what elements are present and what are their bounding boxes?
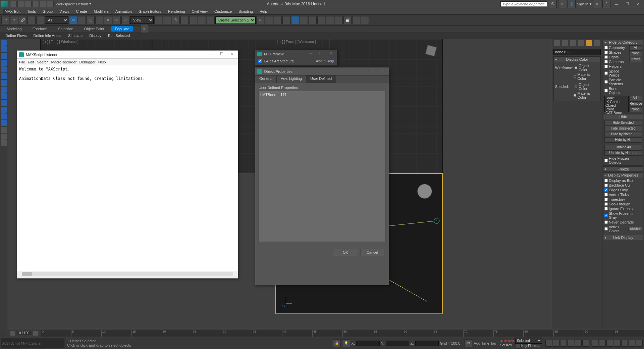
hide-rollout[interactable]: Hide bbox=[620, 115, 627, 119]
help-search-input[interactable] bbox=[500, 1, 547, 7]
mini-listener-input[interactable]: MAXScript Mini Listener bbox=[1, 338, 64, 348]
panel-simulate[interactable]: Simulate bbox=[66, 33, 85, 38]
panel-edit-selected[interactable]: Edit Selected bbox=[106, 33, 132, 38]
play-icon[interactable] bbox=[560, 340, 567, 347]
lb-icon[interactable] bbox=[1, 80, 7, 86]
panel-define-flows[interactable]: Define Flows bbox=[3, 33, 29, 38]
menu-group[interactable]: Group bbox=[41, 9, 55, 14]
close-button[interactable]: ✕ bbox=[633, 1, 643, 7]
help-icon[interactable]: ? bbox=[602, 0, 610, 8]
dp-checkbox[interactable] bbox=[604, 184, 608, 187]
close-button[interactable]: ✕ bbox=[327, 51, 335, 57]
zoom-all-icon[interactable] bbox=[599, 340, 606, 347]
redo-icon[interactable]: ↷ bbox=[10, 16, 18, 24]
percent-snap-icon[interactable] bbox=[189, 16, 197, 24]
lb-icon[interactable] bbox=[1, 73, 7, 79]
menu-animation[interactable]: Animation bbox=[113, 9, 134, 14]
isolate-icon[interactable]: 💡 bbox=[342, 339, 350, 347]
menu-modifiers[interactable]: Modifiers bbox=[92, 9, 111, 14]
qat-project-icon[interactable] bbox=[47, 1, 54, 7]
menu-graph-editors[interactable]: Graph Editors bbox=[137, 9, 163, 14]
maximize-button[interactable]: ☐ bbox=[317, 51, 325, 57]
shaded-object-color-radio[interactable] bbox=[575, 85, 577, 88]
wireframe-material-color-radio[interactable] bbox=[574, 75, 576, 78]
lb-icon[interactable] bbox=[1, 107, 7, 113]
lights-checkbox[interactable] bbox=[604, 55, 608, 59]
panel-display[interactable]: Display bbox=[87, 33, 103, 38]
link-display-rollout[interactable]: Link Display bbox=[613, 236, 633, 240]
snap-toggle-icon[interactable]: 3 bbox=[172, 16, 180, 24]
menu-edit[interactable]: Edit bbox=[28, 60, 34, 64]
align-icon[interactable] bbox=[265, 16, 273, 24]
maximize-button[interactable]: ☐ bbox=[218, 52, 226, 58]
menu-file[interactable]: File bbox=[19, 60, 25, 64]
pan-icon[interactable] bbox=[621, 340, 628, 347]
tab-user-defined[interactable]: User Defined bbox=[306, 76, 336, 83]
signin-link[interactable]: Sign In bbox=[577, 2, 588, 6]
next-frame-icon[interactable] bbox=[568, 340, 574, 347]
manipulate-icon[interactable] bbox=[163, 16, 171, 24]
menu-macrorecorder[interactable]: MacroRecorder bbox=[51, 60, 77, 64]
layers-icon[interactable] bbox=[274, 16, 282, 24]
zoom-extents-icon[interactable] bbox=[606, 340, 613, 347]
none-button[interactable]: None bbox=[629, 107, 642, 112]
undo-icon[interactable]: ↶ bbox=[1, 16, 9, 24]
frame-indicator[interactable]: 0 / 100 bbox=[16, 331, 32, 335]
unhide-all-button[interactable]: Unhide All bbox=[604, 145, 642, 150]
object-name-input[interactable] bbox=[553, 49, 601, 55]
lock-icon[interactable]: 🔒 bbox=[333, 339, 341, 347]
move-icon[interactable]: ✥ bbox=[104, 16, 112, 24]
ref-coord-select[interactable]: View bbox=[130, 16, 154, 24]
menu-rendering[interactable]: Rendering bbox=[166, 9, 187, 14]
render-last-icon[interactable] bbox=[361, 16, 369, 24]
mirror-icon[interactable]: ⇔ bbox=[256, 16, 264, 24]
lb-icon[interactable] bbox=[1, 120, 7, 126]
maximize-button[interactable]: ☐ bbox=[623, 1, 632, 7]
dp-checkbox[interactable] bbox=[604, 188, 608, 192]
close-button[interactable]: ✕ bbox=[379, 68, 387, 74]
hide-by-hit-button[interactable]: Hide by Hit bbox=[604, 137, 642, 143]
lb-icon[interactable] bbox=[1, 93, 7, 99]
render-setup-icon[interactable] bbox=[326, 16, 334, 24]
y-coord-input[interactable] bbox=[386, 341, 409, 346]
set-key-button[interactable]: Set Key bbox=[500, 343, 514, 347]
star-icon[interactable]: ☆ bbox=[558, 0, 566, 8]
create-tab-icon[interactable] bbox=[554, 40, 560, 46]
ribbon-tab-object-paint[interactable]: Object Paint bbox=[81, 26, 108, 32]
horizontal-scrollbar[interactable] bbox=[17, 271, 238, 277]
lb-icon[interactable] bbox=[1, 60, 7, 66]
scale-icon[interactable]: ⤢ bbox=[121, 16, 129, 24]
menu-help[interactable]: Help bbox=[98, 60, 106, 64]
tab-general[interactable]: General bbox=[255, 76, 277, 83]
qat-open-icon[interactable] bbox=[17, 1, 24, 7]
lb-icon[interactable] bbox=[1, 40, 7, 46]
goto-end-icon[interactable] bbox=[575, 340, 582, 347]
ribbon-tab-populate[interactable]: Populate bbox=[111, 26, 132, 32]
key-mode-select[interactable]: Selected bbox=[515, 338, 542, 344]
app-menu-button[interactable]: MAX bbox=[3, 9, 9, 14]
motion-tab-icon[interactable] bbox=[578, 40, 584, 46]
dp-checkbox[interactable] bbox=[604, 202, 608, 206]
add-button[interactable]: Add bbox=[629, 96, 642, 101]
qat-save-icon[interactable] bbox=[25, 1, 32, 7]
minimize-button[interactable]: — bbox=[612, 1, 621, 7]
menu-help[interactable]: Help bbox=[258, 9, 269, 14]
key-filters-button[interactable]: Key Filters... bbox=[521, 344, 540, 349]
viewport-label[interactable]: [ + ] [ Front ] [ Wireframe ] bbox=[277, 40, 316, 44]
menu-debugger[interactable]: Debugger bbox=[79, 60, 95, 64]
helpers-checkbox[interactable] bbox=[604, 65, 608, 68]
display-color-rollout[interactable]: Display Color bbox=[566, 57, 588, 61]
lb-icon[interactable] bbox=[1, 140, 7, 146]
lb-icon[interactable] bbox=[1, 53, 7, 59]
ribbon-collapse-icon[interactable]: ▾ bbox=[140, 25, 148, 33]
hide-selected-button[interactable]: Hide Selected bbox=[604, 120, 642, 126]
modify-tab-icon[interactable] bbox=[562, 40, 568, 46]
all-button[interactable]: All bbox=[629, 45, 642, 51]
qat-new-icon[interactable] bbox=[10, 1, 17, 7]
time-tag-icon[interactable]: 🏷 bbox=[464, 339, 472, 347]
prev-frame-button[interactable] bbox=[10, 331, 15, 336]
auto-key-button[interactable]: Auto Key bbox=[500, 339, 514, 343]
lb-icon[interactable] bbox=[1, 113, 7, 119]
64bit-checkbox[interactable] bbox=[258, 59, 262, 63]
unhide-by-name-button[interactable]: Unhide by Name... bbox=[604, 150, 642, 156]
